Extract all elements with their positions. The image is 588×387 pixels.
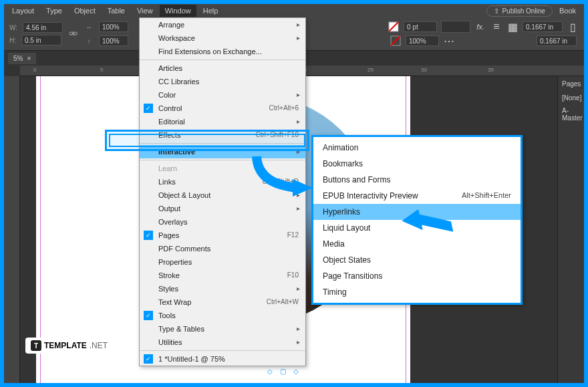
menu-object[interactable]: Object xyxy=(69,5,101,17)
stroke-style-dropdown[interactable] xyxy=(441,21,470,33)
panel-item-none[interactable]: [None] xyxy=(558,92,584,104)
svg-marker-5 xyxy=(402,207,453,241)
zoom-input[interactable] xyxy=(406,35,439,46)
menu-articles[interactable]: Articles xyxy=(140,61,305,75)
badge-icon: T xyxy=(31,340,41,351)
check-icon: ✓ xyxy=(144,354,153,364)
check-icon: ✓ xyxy=(144,231,153,240)
menu-textwrap[interactable]: Text WrapCtrl+Alt+W xyxy=(140,295,305,309)
publish-online-button[interactable]: ⇧ Publish Online xyxy=(486,5,552,17)
scale-y-input[interactable] xyxy=(99,35,128,46)
menu-view[interactable]: View xyxy=(132,5,158,17)
columns-icon[interactable]: ▯ xyxy=(567,21,579,33)
width-input[interactable] xyxy=(23,22,63,33)
height-input[interactable] xyxy=(21,35,61,45)
menu-extensions[interactable]: Find Extensions on Exchange... xyxy=(140,45,305,58)
scale-y-icon: ↕ xyxy=(83,35,95,47)
no-fill-icon[interactable] xyxy=(388,21,400,33)
upload-icon: ⇧ xyxy=(494,7,499,15)
submenu-transitions[interactable]: Page Transitions xyxy=(313,268,521,284)
menu-workspace[interactable]: Workspace xyxy=(140,31,305,45)
indent-bottom-input[interactable] xyxy=(537,35,577,46)
no-stroke-icon[interactable] xyxy=(390,35,402,47)
menu-help[interactable]: Help xyxy=(198,5,224,17)
menu-table[interactable]: Table xyxy=(102,5,130,17)
menu-styles[interactable]: Styles xyxy=(140,282,305,295)
indent-top-input[interactable] xyxy=(523,21,563,32)
submenu-buttons[interactable]: Buttons and Forms xyxy=(313,172,521,188)
submenu-bookmarks[interactable]: Bookmarks xyxy=(313,156,521,172)
pages-panel[interactable]: Pages [None] A-Master xyxy=(557,76,584,383)
workspace-switcher[interactable]: Book xyxy=(554,7,581,15)
menu-open-document[interactable]: ✓1 *Untitled-1 @ 75% xyxy=(140,352,305,366)
menu-typetables[interactable]: Type & Tables xyxy=(140,322,305,336)
menu-output[interactable]: Output xyxy=(140,202,305,215)
options-icon[interactable]: ⋯ xyxy=(443,35,455,47)
close-tab-icon[interactable]: × xyxy=(27,55,31,62)
menu-color[interactable]: Color xyxy=(140,88,305,102)
tutorial-arrow-1 xyxy=(251,151,318,198)
menu-utilities[interactable]: Utilities xyxy=(140,336,305,349)
menu-window[interactable]: Window xyxy=(160,5,196,17)
stroke-weight-input[interactable] xyxy=(404,21,437,32)
panel-item-master[interactable]: A-Master xyxy=(558,104,584,124)
svg-marker-4 xyxy=(293,179,313,197)
panel-header-pages[interactable]: Pages xyxy=(558,76,584,92)
scale-x-input[interactable] xyxy=(99,21,128,32)
submenu-animation[interactable]: Animation xyxy=(313,140,521,156)
vertical-ruler xyxy=(4,76,20,383)
menu-editorial[interactable]: Editorial xyxy=(140,115,305,128)
submenu-objectstates[interactable]: Object States xyxy=(313,252,521,268)
menu-arrange[interactable]: Arrange xyxy=(140,18,305,31)
menu-properties[interactable]: Properties xyxy=(140,255,305,269)
submenu-timing[interactable]: Timing xyxy=(313,284,521,300)
submenu-epub[interactable]: EPUB Interactivity PreviewAlt+Shift+Ente… xyxy=(313,188,521,204)
document-tab[interactable]: 5% × xyxy=(8,53,36,64)
menu-tools[interactable]: ✓Tools xyxy=(140,309,305,322)
menu-overlays[interactable]: Overlays xyxy=(140,215,305,229)
text-wrap-icon[interactable]: ▦ xyxy=(506,21,519,33)
template-net-badge: T TEMPLATE.NET xyxy=(25,338,113,354)
height-label: H: xyxy=(9,37,16,44)
align-icon[interactable]: ≡ xyxy=(490,21,502,33)
menu-pdfcomments[interactable]: PDF Comments xyxy=(140,242,305,255)
scale-x-icon: ↔ xyxy=(83,21,95,33)
menu-layout[interactable]: Layout xyxy=(7,5,39,17)
tutorial-highlight-interactive xyxy=(105,130,309,151)
tutorial-arrow-2 xyxy=(402,207,456,241)
menu-type[interactable]: Type xyxy=(41,5,67,17)
frame-handles: ◇ ▢ ◇ xyxy=(267,368,301,375)
menu-cclibraries[interactable]: CC Libraries xyxy=(140,75,305,88)
svg-line-3 xyxy=(391,36,400,45)
menu-stroke[interactable]: StrokeF10 xyxy=(140,269,305,282)
menu-control[interactable]: ✓ControlCtrl+Alt+6 xyxy=(140,102,305,115)
separator xyxy=(140,350,305,351)
menu-pages[interactable]: ✓PagesF12 xyxy=(140,229,305,242)
width-label: W: xyxy=(9,24,17,31)
application-window: Layout Type Object Table View Window Hel… xyxy=(4,4,584,383)
check-icon: ✓ xyxy=(144,311,153,320)
link-dimensions-icon[interactable]: ⚮ xyxy=(67,28,79,40)
separator xyxy=(140,59,305,60)
effects-icon[interactable]: fx. xyxy=(474,21,486,33)
menubar: Layout Type Object Table View Window Hel… xyxy=(4,4,584,17)
check-icon: ✓ xyxy=(144,104,153,113)
